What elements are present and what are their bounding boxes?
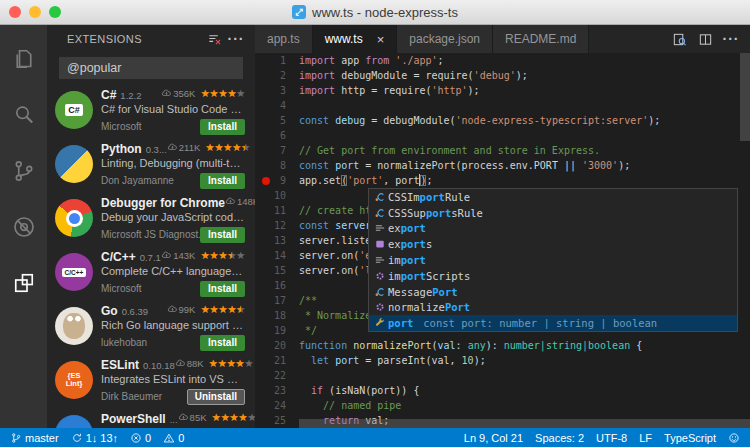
line-number: 21 [255,353,299,368]
extension-rating: ★★★★★★★★★★ [200,250,245,261]
extension-publisher: Microsoft JS Diagnost... [101,229,200,240]
status-item-lf[interactable]: LF [639,432,652,444]
activity-bar-item-explorer[interactable] [0,31,47,87]
close-window-button[interactable] [9,6,21,18]
window-title: www.ts - node-express-ts [312,5,458,20]
download-count: 211K [179,142,200,153]
download-count: 85K [190,412,207,423]
code-text: import debugModule = require('debug'); [299,68,528,83]
code-text: if (isNaN(port)) { [299,383,419,398]
install-button[interactable]: Install [200,335,245,351]
extension-list-item[interactable]: C/C++C/C++0.7.1143K★★★★★★★★★★Complete C/… [47,247,255,301]
code-line: 22 [255,368,750,383]
line-number: 18 [255,308,299,323]
status-label: master [25,432,59,444]
line-number: 11 [255,203,299,218]
clear-extensions-filter-icon[interactable] [203,29,225,49]
line-number: 3 [255,83,299,98]
code-text: // Get port from environment and store i… [299,143,600,158]
extension-description: Debug your JavaScript code i... [101,211,245,226]
download-icon [167,304,178,315]
suggest-item-label: exports [388,238,432,250]
code-text: /** [299,293,317,308]
download-count: 148K [237,196,255,207]
extension-list-item[interactable]: C#C#1.2.2356K★★★★★★★★★★C# for Visual Stu… [47,85,255,139]
tab-www.ts[interactable]: www.ts× [313,25,398,53]
status-item-utf-8[interactable]: UTF-8 [596,432,627,444]
extension-list-item[interactable]: >_PowerShell...85K★★★★★★★★★★Develop Powe… [47,409,255,428]
status-item-master[interactable]: master [10,432,59,444]
suggest-item[interactable]: CSSSupportsRule [369,205,737,221]
download-count: 99K [179,304,196,315]
suggest-item[interactable]: import [369,252,737,268]
breakpoint-icon[interactable] [262,177,270,185]
activity-bar-item-debug[interactable] [0,199,47,255]
editor-vertical-scrollbar[interactable] [740,53,750,141]
download-icon [167,142,178,153]
extensions-search-input[interactable] [59,57,243,79]
suggest-item[interactable]: importScripts [369,268,737,284]
extension-publisher: Microsoft [101,283,200,294]
eslint-extension-icon: {ESLint} [55,361,93,399]
uninstall-button[interactable]: Uninstall [187,389,245,405]
editor-horizontal-scrollbar[interactable] [299,419,750,428]
suggest-item-label: importScripts [388,270,470,282]
window-controls [9,6,61,18]
minimize-window-button[interactable] [29,6,41,18]
suggest-item[interactable]: portconst port: number | string | boolea… [369,315,737,331]
more-actions-icon[interactable]: ··· [718,31,744,47]
tab-README.md[interactable]: README.md [493,25,589,53]
extension-list-item[interactable]: Go0.6.3999K★★★★★★★★★★Rich Go language su… [47,301,255,355]
extension-list-item[interactable]: Debugger for Chrome148KDebug your JavaSc… [47,193,255,247]
extension-version: 0.7.1 [140,252,161,263]
status-item-spaces-2[interactable]: Spaces: 2 [535,432,584,444]
activity-bar-item-source-control[interactable] [0,143,47,199]
status-item-0[interactable]: 0 [163,432,184,444]
close-tab-icon[interactable]: × [377,32,385,47]
extensions-icon [12,271,36,295]
install-button[interactable]: Install [200,119,245,135]
extensions-list: C#C#1.2.2356K★★★★★★★★★★C# for Visual Stu… [47,85,255,428]
tab-label: www.ts [325,32,363,46]
download-icon [178,412,189,423]
download-count: 88K [187,358,204,369]
suggest-item[interactable]: exports [369,236,737,252]
split-editor-icon[interactable] [692,32,718,47]
install-button[interactable]: Install [200,227,245,243]
install-button[interactable]: Install [200,173,245,189]
line-number: 19 [255,323,299,338]
install-button[interactable]: Install [200,281,245,297]
sidebar-more-actions-icon[interactable]: ··· [225,29,247,49]
debug-icon [12,215,36,239]
download-count: 143K [173,250,195,261]
status-item-typescript[interactable]: TypeScript [664,432,716,444]
code-line: 9app.set('port', port); [255,173,750,188]
branch-icon [10,432,22,444]
sidebar-title: EXTENSIONS [67,33,203,45]
download-icon [161,250,172,261]
extension-list-item[interactable]: Python0.3...211K★★★★★★★★★★Linting, Debug… [47,139,255,193]
activity-bar-item-search[interactable] [0,87,47,143]
open-preview-icon[interactable] [666,32,692,47]
suggest-item[interactable]: normalizePort [369,299,737,315]
status-item-ln-9-col-21[interactable]: Ln 9, Col 21 [464,432,523,444]
zoom-window-button[interactable] [49,6,61,18]
module-icon [372,238,388,250]
suggest-item-label: port [388,317,413,329]
suggest-item[interactable]: CSSImportRule [369,189,737,205]
suggest-item[interactable]: MessagePort [369,284,737,300]
code-editor[interactable]: 1import app from './app';2import debugMo… [255,53,750,428]
extension-list-item[interactable]: {ESLint}ESLint0.10.1888K★★★★★★★★★★Integr… [47,355,255,409]
line-number: 1 [255,53,299,68]
line-number: 2 [255,68,299,83]
activity-bar-item-extensions[interactable] [0,255,47,311]
tab-package.json[interactable]: package.json [397,25,493,53]
chrome-extension-icon [55,199,93,237]
status-item-1-13-[interactable]: 1↓ 13↑ [71,432,118,444]
suggest-item[interactable]: export [369,221,737,237]
suggest-item-label: MessagePort [388,286,458,298]
status-item-0[interactable]: 0 [130,432,151,444]
status-item[interactable] [728,432,740,444]
code-line: 8const port = normalizePort(process.env.… [255,158,750,173]
tab-app.ts[interactable]: app.ts [255,25,313,53]
